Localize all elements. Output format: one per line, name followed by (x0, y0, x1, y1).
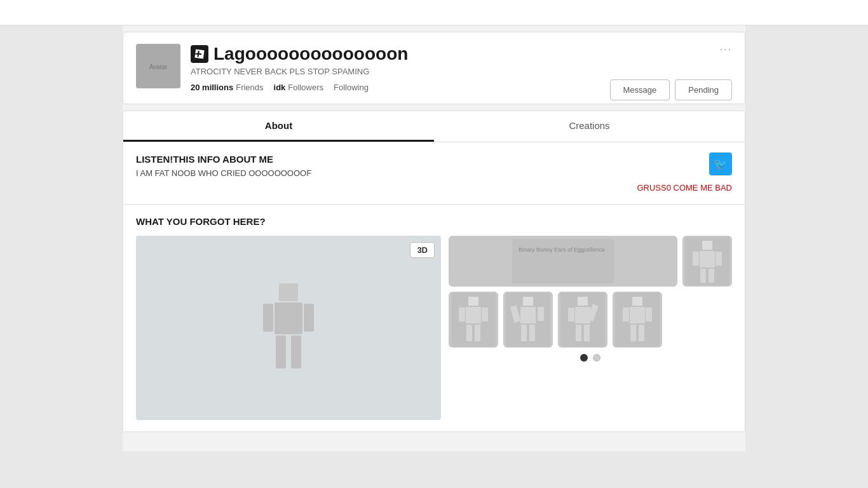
item-char-2 (451, 293, 496, 346)
svg-rect-15 (715, 252, 722, 266)
avatar: Avatar (136, 44, 180, 88)
svg-rect-5 (263, 304, 273, 332)
followers-count: idk (274, 83, 286, 92)
about-section-title: LISTEN!THIS INFO ABOUT ME (136, 154, 732, 165)
tab-about-label: About (265, 120, 292, 131)
svg-rect-16 (700, 269, 706, 283)
svg-rect-33 (578, 297, 588, 306)
item-char-3 (506, 293, 550, 346)
item-medium-2[interactable] (503, 292, 553, 348)
pagination-dots (449, 354, 732, 362)
more-options-button[interactable]: ··· (720, 44, 732, 55)
svg-rect-7 (276, 336, 286, 369)
tab-creations-label: Creations (569, 120, 609, 131)
item-char-5 (615, 293, 660, 346)
forgot-section-title: WHAT YOU FORGOT HERE? (136, 216, 732, 227)
items-top-row: Binary Bunny Ears of Eggcellence (449, 236, 732, 287)
twitter-icon: 🐦 (714, 157, 728, 171)
forgot-content: 3D Binary Bunny Ears of Eggcellence (136, 236, 732, 420)
pagination-dot-2[interactable] (593, 354, 600, 362)
item-medium-4[interactable] (613, 292, 662, 348)
svg-rect-42 (623, 308, 629, 322)
svg-rect-8 (291, 336, 301, 369)
profile-actions: ··· Message Pending (610, 44, 732, 100)
twitter-button[interactable]: 🐦 (709, 152, 732, 175)
item-medium-1[interactable] (449, 292, 498, 348)
avatar-viewer: 3D (136, 236, 441, 420)
svg-rect-14 (693, 252, 699, 266)
svg-rect-9 (512, 239, 614, 283)
svg-rect-23 (466, 325, 472, 341)
item-char-1 (685, 237, 729, 285)
roblox-logo-svg (193, 48, 206, 60)
svg-rect-17 (709, 269, 714, 283)
svg-rect-40 (632, 297, 642, 306)
tabs-bar: About Creations (123, 111, 745, 142)
avatar-image: Avatar (136, 44, 180, 88)
svg-rect-30 (521, 325, 527, 341)
items-bottom-row (449, 292, 732, 348)
tab-about[interactable]: About (123, 111, 434, 142)
svg-rect-22 (482, 308, 488, 322)
svg-rect-19 (468, 297, 478, 306)
svg-rect-34 (575, 307, 590, 323)
friends-label: Friends (236, 83, 263, 92)
action-buttons: Message Pending (610, 79, 732, 100)
about-section-text: I AM FAT NOOB WHO CRIED OOOOOOOOOF (136, 168, 732, 178)
item-small-1[interactable] (682, 236, 732, 287)
item-char-4 (560, 293, 605, 346)
svg-rect-43 (646, 308, 652, 322)
svg-rect-4 (275, 302, 302, 334)
svg-rect-27 (520, 307, 536, 323)
featured-item-image: Binary Bunny Ears of Eggcellence (512, 239, 614, 283)
following-label: Following (334, 83, 369, 92)
svg-rect-41 (630, 307, 645, 323)
tab-creations[interactable]: Creations (434, 111, 745, 142)
svg-rect-35 (568, 308, 574, 322)
svg-rect-45 (639, 325, 644, 341)
profile-card: Avatar Lagoooooooooooooon ATROCITY NEVER… (123, 32, 745, 104)
svg-rect-12 (702, 241, 712, 250)
top-navigation-bar (0, 0, 868, 25)
about-section: LISTEN!THIS INFO ABOUT ME I AM FAT NOOB … (123, 142, 745, 205)
svg-rect-37 (576, 325, 581, 341)
friends-count: 20 millions (191, 83, 233, 92)
svg-rect-3 (279, 283, 298, 301)
avatar-3d-preview (250, 271, 327, 385)
item-medium-3[interactable] (558, 292, 607, 348)
profile-username: Lagoooooooooooooon (214, 44, 408, 64)
svg-rect-38 (584, 325, 590, 341)
forgot-section: WHAT YOU FORGOT HERE? 3D (123, 205, 745, 432)
svg-rect-20 (466, 307, 481, 323)
gruss-link[interactable]: GRUSS0 COME ME BAD (136, 183, 732, 193)
followers-label: Followers (288, 83, 323, 92)
roblox-icon (191, 45, 208, 63)
svg-text:Avatar: Avatar (149, 64, 168, 71)
pending-button[interactable]: Pending (675, 79, 732, 100)
message-button[interactable]: Message (610, 79, 670, 100)
svg-text:Binary Bunny Ears of Eggcellen: Binary Bunny Ears of Eggcellence (519, 247, 605, 253)
svg-rect-44 (630, 325, 636, 341)
svg-rect-6 (304, 304, 314, 332)
svg-rect-31 (529, 325, 535, 341)
items-grid: Binary Bunny Ears of Eggcellence (449, 236, 732, 420)
svg-rect-26 (523, 297, 533, 306)
svg-rect-29 (538, 307, 544, 321)
pagination-dot-1[interactable] (580, 354, 588, 362)
item-large-featured[interactable]: Binary Bunny Ears of Eggcellence (449, 236, 677, 287)
svg-rect-21 (459, 308, 465, 322)
3d-button[interactable]: 3D (410, 242, 435, 258)
main-content: Avatar Lagoooooooooooooon ATROCITY NEVER… (123, 25, 745, 451)
svg-rect-24 (475, 325, 480, 341)
svg-rect-13 (700, 251, 715, 268)
